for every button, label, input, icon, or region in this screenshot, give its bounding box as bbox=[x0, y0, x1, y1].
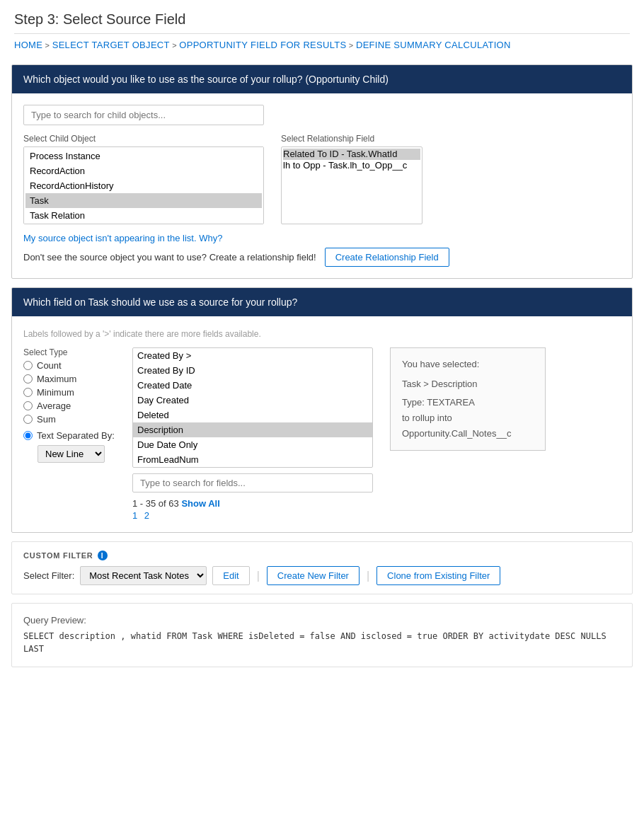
list-item[interactable]: Task bbox=[25, 193, 262, 208]
type-sum-radio[interactable] bbox=[23, 415, 33, 424]
list-item[interactable]: Description bbox=[133, 422, 372, 437]
type-count-radio[interactable] bbox=[23, 361, 33, 370]
type-label: Select Type bbox=[23, 347, 115, 357]
list-item[interactable]: RecordActionHistory bbox=[25, 178, 262, 193]
type-sum[interactable]: Sum bbox=[23, 414, 115, 425]
create-filter-button[interactable]: Create New Filter bbox=[267, 566, 360, 585]
page-header: Step 3: Select Source Field HOME > SELEC… bbox=[0, 0, 644, 56]
list-item[interactable]: lh to Opp - Task.lh_to_Opp__c bbox=[283, 160, 420, 171]
create-rel-row: Don't see the source object you want to … bbox=[23, 248, 621, 267]
type-minimum-radio[interactable] bbox=[23, 388, 33, 397]
filter-row: Select Filter: Most Recent Task Notes Ed… bbox=[23, 566, 621, 585]
filter-select[interactable]: Most Recent Task Notes bbox=[80, 566, 207, 585]
selected-rollup-label: to rollup into bbox=[402, 410, 534, 426]
rel-field-label: Select Relationship Field bbox=[281, 134, 422, 144]
selected-type-label: Type: TEXTAREA bbox=[402, 395, 534, 410]
pipe-separator-1: | bbox=[255, 570, 261, 582]
breadcrumb-target[interactable]: SELECT TARGET OBJECT bbox=[52, 40, 170, 50]
list-item[interactable]: FromLeadNum bbox=[133, 452, 372, 467]
selected-field-name: Task > Description bbox=[402, 376, 534, 392]
list-item[interactable]: Created By > bbox=[133, 348, 372, 363]
separator-select-row: New Line Comma Semicolon Space bbox=[38, 445, 115, 463]
list-item[interactable]: Created Date bbox=[133, 378, 372, 393]
create-rel-text: Don't see the source object you want to … bbox=[23, 252, 316, 263]
list-item[interactable]: Created By ID bbox=[133, 363, 372, 378]
selected-info-title: You have selected: bbox=[402, 357, 534, 372]
list-item[interactable]: RecordAction bbox=[25, 163, 262, 178]
field-list[interactable]: Created By > Created By ID Created Date … bbox=[132, 347, 373, 468]
source-object-body: Select Child Object Process Instance Rec… bbox=[12, 93, 632, 278]
rel-field-col: Select Relationship Field Related To ID … bbox=[281, 134, 422, 224]
breadcrumb-define[interactable]: DEFINE SUMMARY CALCULATION bbox=[356, 40, 511, 50]
type-text-separated-radio[interactable] bbox=[23, 431, 33, 440]
type-column: Select Type Count Maximum Minimum Averag… bbox=[23, 347, 115, 463]
info-icon[interactable]: i bbox=[98, 551, 108, 560]
child-object-label: Select Child Object bbox=[23, 134, 264, 144]
type-maximum[interactable]: Maximum bbox=[23, 374, 115, 384]
missing-object-link-row: My source object isn't appearing in the … bbox=[23, 233, 621, 243]
field-search-input[interactable] bbox=[132, 473, 373, 492]
field-note: Labels followed by a '>' indicate there … bbox=[23, 329, 621, 339]
page-1-link[interactable]: 1 bbox=[132, 510, 137, 521]
clone-filter-button[interactable]: Clone from Existing Filter bbox=[376, 566, 500, 585]
source-field-section: Which field on Task should we use as a s… bbox=[11, 287, 633, 533]
breadcrumb: HOME > SELECT TARGET OBJECT > OPPORTUNIT… bbox=[14, 40, 630, 50]
custom-filter-title: CUSTOM FILTER i bbox=[23, 551, 621, 560]
source-field-header: Which field on Task should we use as a s… bbox=[12, 288, 632, 316]
page-links: 1 2 bbox=[132, 510, 373, 521]
type-text-separated[interactable]: Text Separated By: bbox=[23, 430, 115, 441]
query-preview-section: Query Preview: SELECT description , what… bbox=[11, 603, 633, 667]
type-average[interactable]: Average bbox=[23, 401, 115, 411]
custom-filter-section: CUSTOM FILTER i Select Filter: Most Rece… bbox=[11, 541, 633, 594]
list-item[interactable]: Due Date Only bbox=[133, 437, 372, 452]
breadcrumb-home[interactable]: HOME bbox=[14, 40, 42, 50]
field-type-row: Select Type Count Maximum Minimum Averag… bbox=[23, 347, 621, 521]
separator-select[interactable]: New Line Comma Semicolon Space bbox=[38, 445, 105, 463]
missing-object-link[interactable]: My source object isn't appearing in the … bbox=[23, 233, 222, 243]
text-separated-row: Text Separated By: bbox=[23, 430, 115, 441]
type-list: Count Maximum Minimum Average Sum Text S… bbox=[23, 360, 115, 463]
list-item[interactable]: Day Created bbox=[133, 393, 372, 408]
type-count[interactable]: Count bbox=[23, 360, 115, 371]
pagination-row: 1 - 35 of 63 Show All 1 2 bbox=[132, 498, 373, 521]
header-divider bbox=[14, 33, 630, 34]
rel-field-list[interactable]: Related To ID - Task.WhatId lh to Opp - … bbox=[281, 146, 422, 224]
edit-filter-button[interactable]: Edit bbox=[212, 566, 249, 585]
show-all-link[interactable]: Show All bbox=[181, 498, 219, 509]
query-label: Query Preview: bbox=[23, 615, 621, 626]
list-item[interactable]: Related To ID - Task.WhatId bbox=[283, 149, 420, 160]
pagination-count: 1 - 35 of 63 bbox=[132, 498, 179, 509]
type-maximum-radio[interactable] bbox=[23, 374, 33, 384]
selected-info-box: You have selected: Task > Description Ty… bbox=[390, 347, 546, 451]
create-rel-button[interactable]: Create Relationship Field bbox=[325, 248, 449, 267]
object-rel-columns: Select Child Object Process Instance Rec… bbox=[23, 134, 621, 224]
page-2-link[interactable]: 2 bbox=[144, 510, 149, 521]
child-object-col: Select Child Object Process Instance Rec… bbox=[23, 134, 264, 224]
pipe-separator-2: | bbox=[365, 570, 371, 582]
query-text: SELECT description , whatid FROM Task WH… bbox=[23, 630, 621, 655]
selected-rollup-field: Opportunity.Call_Notes__c bbox=[402, 426, 534, 442]
field-list-column: Created By > Created By ID Created Date … bbox=[132, 347, 373, 521]
type-minimum[interactable]: Minimum bbox=[23, 387, 115, 398]
list-item[interactable]: Deleted bbox=[133, 408, 372, 422]
type-average-radio[interactable] bbox=[23, 401, 33, 410]
page-title: Step 3: Select Source Field bbox=[14, 11, 630, 28]
source-object-section: Which object would you like to use as th… bbox=[11, 64, 633, 279]
child-object-list[interactable]: Process Instance RecordAction RecordActi… bbox=[23, 146, 264, 224]
breadcrumb-opp[interactable]: OPPORTUNITY FIELD FOR RESULTS bbox=[179, 40, 346, 50]
field-search-row bbox=[132, 468, 373, 492]
source-object-header: Which object would you like to use as th… bbox=[12, 65, 632, 93]
source-field-body: Labels followed by a '>' indicate there … bbox=[12, 316, 632, 532]
filter-select-label: Select Filter: bbox=[23, 570, 74, 581]
list-item[interactable]: Process Instance bbox=[25, 149, 262, 163]
list-item[interactable]: Task Relation bbox=[25, 208, 262, 223]
child-object-search[interactable] bbox=[23, 105, 264, 125]
